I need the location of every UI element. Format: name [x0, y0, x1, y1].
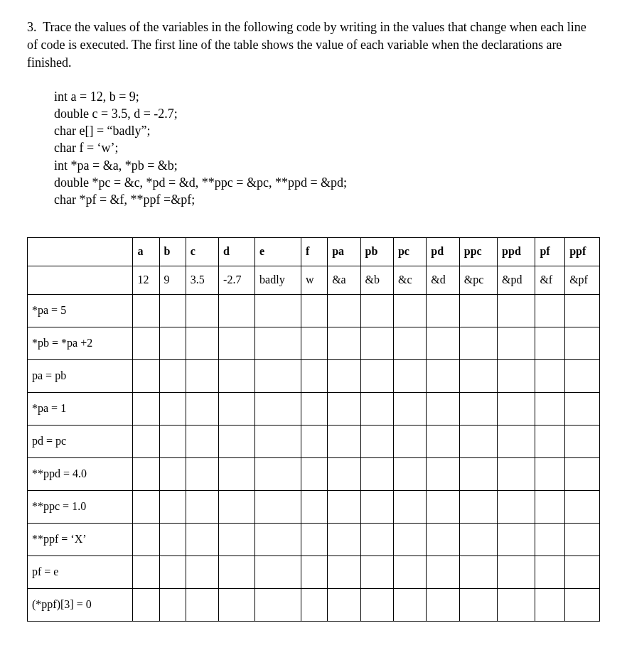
cell[interactable] — [186, 523, 218, 556]
cell[interactable] — [219, 327, 255, 359]
cell[interactable] — [565, 556, 600, 588]
cell[interactable] — [301, 294, 328, 327]
cell[interactable] — [360, 556, 393, 588]
cell[interactable] — [393, 327, 426, 359]
cell[interactable] — [159, 523, 186, 556]
cell[interactable] — [328, 294, 360, 327]
cell[interactable] — [565, 425, 600, 457]
cell[interactable] — [159, 359, 186, 392]
cell[interactable] — [255, 588, 301, 621]
cell[interactable] — [186, 294, 218, 327]
cell[interactable] — [186, 556, 218, 588]
cell[interactable] — [328, 556, 360, 588]
cell[interactable] — [360, 425, 393, 457]
cell[interactable] — [459, 490, 497, 523]
cell[interactable] — [498, 457, 535, 490]
cell[interactable] — [427, 490, 459, 523]
cell[interactable] — [255, 359, 301, 392]
cell[interactable] — [427, 523, 459, 556]
cell[interactable] — [328, 588, 360, 621]
cell[interactable] — [328, 490, 360, 523]
cell[interactable] — [565, 327, 600, 359]
cell[interactable] — [498, 523, 535, 556]
cell[interactable] — [255, 556, 301, 588]
cell[interactable] — [159, 425, 186, 457]
cell[interactable] — [427, 359, 459, 392]
cell[interactable] — [255, 457, 301, 490]
cell[interactable] — [393, 588, 426, 621]
cell[interactable] — [328, 327, 360, 359]
cell[interactable] — [360, 457, 393, 490]
cell[interactable] — [393, 392, 426, 425]
cell[interactable] — [535, 523, 565, 556]
cell[interactable] — [186, 457, 218, 490]
cell[interactable] — [301, 457, 328, 490]
cell[interactable] — [186, 490, 218, 523]
cell[interactable] — [328, 359, 360, 392]
cell[interactable] — [360, 327, 393, 359]
cell[interactable] — [219, 588, 255, 621]
cell[interactable] — [459, 556, 497, 588]
cell[interactable] — [255, 327, 301, 359]
cell[interactable] — [133, 523, 159, 556]
cell[interactable] — [159, 588, 186, 621]
cell[interactable] — [565, 490, 600, 523]
cell[interactable] — [498, 588, 535, 621]
cell[interactable] — [301, 327, 328, 359]
cell[interactable] — [535, 588, 565, 621]
cell[interactable] — [393, 425, 426, 457]
cell[interactable] — [255, 425, 301, 457]
cell[interactable] — [565, 588, 600, 621]
cell[interactable] — [360, 588, 393, 621]
cell[interactable] — [328, 425, 360, 457]
cell[interactable] — [393, 523, 426, 556]
cell[interactable] — [186, 425, 218, 457]
cell[interactable] — [427, 425, 459, 457]
cell[interactable] — [427, 294, 459, 327]
cell[interactable] — [255, 523, 301, 556]
cell[interactable] — [498, 425, 535, 457]
cell[interactable] — [301, 359, 328, 392]
cell[interactable] — [219, 523, 255, 556]
cell[interactable] — [219, 425, 255, 457]
cell[interactable] — [219, 490, 255, 523]
cell[interactable] — [159, 392, 186, 425]
cell[interactable] — [427, 327, 459, 359]
cell[interactable] — [159, 457, 186, 490]
cell[interactable] — [498, 327, 535, 359]
cell[interactable] — [360, 523, 393, 556]
cell[interactable] — [498, 556, 535, 588]
cell[interactable] — [255, 294, 301, 327]
cell[interactable] — [360, 359, 393, 392]
cell[interactable] — [459, 392, 497, 425]
cell[interactable] — [535, 457, 565, 490]
cell[interactable] — [498, 294, 535, 327]
cell[interactable] — [186, 392, 218, 425]
cell[interactable] — [427, 588, 459, 621]
cell[interactable] — [133, 457, 159, 490]
cell[interactable] — [133, 327, 159, 359]
cell[interactable] — [328, 457, 360, 490]
cell[interactable] — [393, 490, 426, 523]
cell[interactable] — [301, 490, 328, 523]
cell[interactable] — [328, 523, 360, 556]
cell[interactable] — [133, 359, 159, 392]
cell[interactable] — [186, 588, 218, 621]
cell[interactable] — [133, 294, 159, 327]
cell[interactable] — [459, 457, 497, 490]
cell[interactable] — [565, 359, 600, 392]
cell[interactable] — [535, 556, 565, 588]
cell[interactable] — [459, 294, 497, 327]
cell[interactable] — [535, 490, 565, 523]
cell[interactable] — [393, 294, 426, 327]
cell[interactable] — [459, 425, 497, 457]
cell[interactable] — [360, 490, 393, 523]
cell[interactable] — [133, 392, 159, 425]
cell[interactable] — [219, 457, 255, 490]
cell[interactable] — [328, 392, 360, 425]
cell[interactable] — [219, 359, 255, 392]
cell[interactable] — [498, 359, 535, 392]
cell[interactable] — [535, 392, 565, 425]
cell[interactable] — [459, 523, 497, 556]
cell[interactable] — [301, 556, 328, 588]
